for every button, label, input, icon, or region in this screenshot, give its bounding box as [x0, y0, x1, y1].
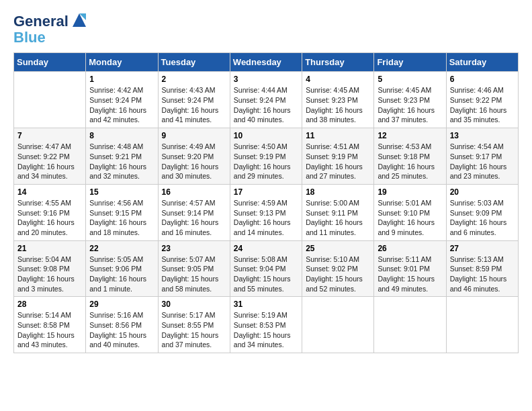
calendar-cell: 26Sunrise: 5:11 AMSunset: 9:01 PMDayligh… — [374, 240, 446, 297]
calendar-cell: 28Sunrise: 5:14 AMSunset: 8:58 PMDayligh… — [14, 297, 86, 353]
day-number: 11 — [306, 131, 370, 140]
day-info: Sunrise: 4:45 AMSunset: 9:23 PMDaylight:… — [378, 85, 442, 125]
calendar-cell: 22Sunrise: 5:05 AMSunset: 9:06 PMDayligh… — [86, 240, 158, 297]
day-number: 10 — [234, 131, 298, 140]
calendar-cell: 18Sunrise: 5:00 AMSunset: 9:11 PMDayligh… — [302, 184, 374, 240]
day-number: 23 — [162, 244, 226, 253]
logo-text-line2: Blue — [13, 29, 46, 46]
calendar-cell: 29Sunrise: 5:16 AMSunset: 8:56 PMDayligh… — [86, 297, 158, 353]
day-number: 8 — [89, 131, 154, 140]
calendar-week-3: 14Sunrise: 4:55 AMSunset: 9:16 PMDayligh… — [14, 184, 519, 240]
calendar-cell: 8Sunrise: 4:48 AMSunset: 9:21 PMDaylight… — [86, 128, 158, 185]
calendar-cell: 11Sunrise: 4:51 AMSunset: 9:19 PMDayligh… — [302, 128, 374, 185]
day-info: Sunrise: 5:10 AMSunset: 9:02 PMDaylight:… — [306, 255, 370, 294]
day-header-thursday: Thursday — [302, 53, 374, 72]
calendar-cell: 5Sunrise: 4:45 AMSunset: 9:23 PMDaylight… — [374, 72, 446, 128]
day-info: Sunrise: 4:43 AMSunset: 9:24 PMDaylight:… — [162, 85, 226, 125]
day-number: 27 — [450, 244, 515, 253]
calendar-cell: 27Sunrise: 5:13 AMSunset: 8:59 PMDayligh… — [446, 240, 518, 297]
calendar-week-5: 28Sunrise: 5:14 AMSunset: 8:58 PMDayligh… — [14, 297, 519, 353]
day-header-wednesday: Wednesday — [230, 53, 302, 72]
day-info: Sunrise: 4:49 AMSunset: 9:20 PMDaylight:… — [162, 142, 226, 181]
day-number: 16 — [162, 187, 226, 197]
day-info: Sunrise: 4:59 AMSunset: 9:13 PMDaylight:… — [234, 198, 298, 238]
calendar-cell: 24Sunrise: 5:08 AMSunset: 9:04 PMDayligh… — [230, 240, 302, 297]
day-header-tuesday: Tuesday — [158, 53, 230, 72]
day-number: 17 — [234, 187, 298, 197]
day-info: Sunrise: 4:51 AMSunset: 9:19 PMDaylight:… — [306, 142, 370, 181]
calendar-week-2: 7Sunrise: 4:47 AMSunset: 9:22 PMDaylight… — [14, 128, 519, 185]
day-number: 15 — [89, 187, 154, 197]
day-info: Sunrise: 5:11 AMSunset: 9:01 PMDaylight:… — [378, 255, 442, 294]
logo: General Blue — [13, 13, 89, 46]
day-number: 18 — [306, 187, 370, 197]
day-info: Sunrise: 4:54 AMSunset: 9:17 PMDaylight:… — [450, 142, 515, 181]
day-number: 19 — [378, 187, 442, 197]
day-number: 1 — [89, 75, 154, 84]
day-info: Sunrise: 4:57 AMSunset: 9:14 PMDaylight:… — [162, 198, 226, 238]
calendar-cell: 19Sunrise: 5:01 AMSunset: 9:10 PMDayligh… — [374, 184, 446, 240]
calendar-cell: 31Sunrise: 5:19 AMSunset: 8:53 PMDayligh… — [230, 297, 302, 353]
day-header-monday: Monday — [86, 53, 158, 72]
calendar-cell: 7Sunrise: 4:47 AMSunset: 9:22 PMDaylight… — [14, 128, 86, 185]
day-number: 6 — [450, 75, 515, 84]
day-info: Sunrise: 5:16 AMSunset: 8:56 PMDaylight:… — [89, 310, 154, 350]
day-info: Sunrise: 4:47 AMSunset: 9:22 PMDaylight:… — [17, 142, 82, 181]
day-number: 31 — [234, 300, 298, 309]
calendar-cell: 30Sunrise: 5:17 AMSunset: 8:55 PMDayligh… — [158, 297, 230, 353]
day-info: Sunrise: 5:03 AMSunset: 9:09 PMDaylight:… — [450, 198, 515, 238]
day-info: Sunrise: 5:19 AMSunset: 8:53 PMDaylight:… — [234, 310, 298, 350]
day-header-sunday: Sunday — [14, 53, 86, 72]
calendar-cell: 21Sunrise: 5:04 AMSunset: 9:08 PMDayligh… — [14, 240, 86, 297]
day-header-saturday: Saturday — [446, 53, 518, 72]
day-info: Sunrise: 5:05 AMSunset: 9:06 PMDaylight:… — [89, 255, 154, 294]
logo-icon — [70, 11, 89, 30]
day-info: Sunrise: 4:50 AMSunset: 9:19 PMDaylight:… — [234, 142, 298, 181]
day-info: Sunrise: 5:08 AMSunset: 9:04 PMDaylight:… — [234, 255, 298, 294]
calendar-cell — [302, 297, 374, 353]
day-info: Sunrise: 4:56 AMSunset: 9:15 PMDaylight:… — [89, 198, 154, 238]
calendar-cell: 1Sunrise: 4:42 AMSunset: 9:24 PMDaylight… — [86, 72, 158, 128]
calendar-cell: 9Sunrise: 4:49 AMSunset: 9:20 PMDaylight… — [158, 128, 230, 185]
calendar-cell — [446, 297, 518, 353]
day-number: 4 — [306, 75, 370, 84]
day-info: Sunrise: 4:53 AMSunset: 9:18 PMDaylight:… — [378, 142, 442, 181]
day-info: Sunrise: 4:42 AMSunset: 9:24 PMDaylight:… — [89, 85, 154, 125]
day-number: 2 — [162, 75, 226, 84]
calendar-header-row: SundayMondayTuesdayWednesdayThursdayFrid… — [14, 53, 519, 72]
calendar-cell: 23Sunrise: 5:07 AMSunset: 9:05 PMDayligh… — [158, 240, 230, 297]
day-number: 22 — [89, 244, 154, 253]
day-number: 26 — [378, 244, 442, 253]
logo-text-line1: General — [13, 13, 69, 30]
day-number: 30 — [162, 300, 226, 309]
calendar-week-4: 21Sunrise: 5:04 AMSunset: 9:08 PMDayligh… — [14, 240, 519, 297]
day-info: Sunrise: 4:46 AMSunset: 9:22 PMDaylight:… — [450, 85, 515, 125]
calendar-cell: 10Sunrise: 4:50 AMSunset: 9:19 PMDayligh… — [230, 128, 302, 185]
day-info: Sunrise: 4:45 AMSunset: 9:23 PMDaylight:… — [306, 85, 370, 125]
day-number: 21 — [17, 244, 82, 253]
day-info: Sunrise: 5:13 AMSunset: 8:59 PMDaylight:… — [450, 255, 515, 294]
day-info: Sunrise: 4:44 AMSunset: 9:24 PMDaylight:… — [234, 85, 298, 125]
calendar-cell: 16Sunrise: 4:57 AMSunset: 9:14 PMDayligh… — [158, 184, 230, 240]
calendar-cell: 14Sunrise: 4:55 AMSunset: 9:16 PMDayligh… — [14, 184, 86, 240]
day-number: 7 — [17, 131, 82, 140]
day-number: 13 — [450, 131, 515, 140]
day-info: Sunrise: 5:14 AMSunset: 8:58 PMDaylight:… — [17, 310, 82, 350]
day-number: 14 — [17, 187, 82, 197]
day-number: 28 — [17, 300, 82, 309]
day-info: Sunrise: 5:01 AMSunset: 9:10 PMDaylight:… — [378, 198, 442, 238]
calendar-cell: 4Sunrise: 4:45 AMSunset: 9:23 PMDaylight… — [302, 72, 374, 128]
calendar-week-1: 1Sunrise: 4:42 AMSunset: 9:24 PMDaylight… — [14, 72, 519, 128]
calendar-table: SundayMondayTuesdayWednesdayThursdayFrid… — [13, 52, 519, 353]
day-number: 29 — [89, 300, 154, 309]
day-info: Sunrise: 5:17 AMSunset: 8:55 PMDaylight:… — [162, 310, 226, 350]
day-number: 24 — [234, 244, 298, 253]
calendar-cell: 2Sunrise: 4:43 AMSunset: 9:24 PMDaylight… — [158, 72, 230, 128]
calendar-cell — [374, 297, 446, 353]
day-info: Sunrise: 5:07 AMSunset: 9:05 PMDaylight:… — [162, 255, 226, 294]
day-info: Sunrise: 5:04 AMSunset: 9:08 PMDaylight:… — [17, 255, 82, 294]
day-info: Sunrise: 4:55 AMSunset: 9:16 PMDaylight:… — [17, 198, 82, 238]
day-number: 5 — [378, 75, 442, 84]
day-number: 25 — [306, 244, 370, 253]
calendar-cell: 15Sunrise: 4:56 AMSunset: 9:15 PMDayligh… — [86, 184, 158, 240]
